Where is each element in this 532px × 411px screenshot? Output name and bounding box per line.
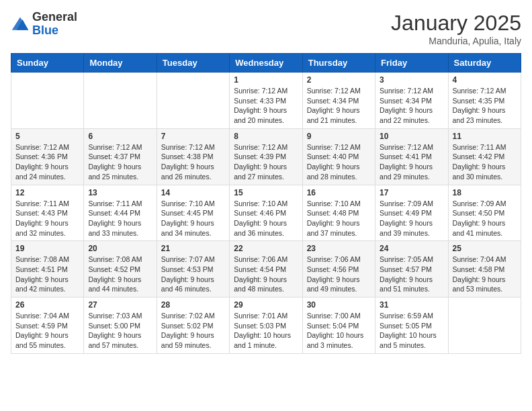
calendar-week-row: 1Sunrise: 7:12 AM Sunset: 4:33 PM Daylig… [11,73,521,129]
day-info: Sunrise: 7:09 AM Sunset: 4:49 PM Dayligh… [380,199,443,238]
calendar-cell: 27Sunrise: 7:03 AM Sunset: 5:00 PM Dayli… [84,298,157,354]
day-number: 24 [380,244,443,253]
day-info: Sunrise: 7:12 AM Sunset: 4:34 PM Dayligh… [380,86,443,126]
day-info: Sunrise: 7:04 AM Sunset: 4:58 PM Dayligh… [453,255,517,294]
calendar-cell: 12Sunrise: 7:11 AM Sunset: 4:43 PM Dayli… [11,185,84,241]
day-info: Sunrise: 7:10 AM Sunset: 4:48 PM Dayligh… [307,199,371,238]
day-number: 10 [380,132,443,141]
month-title: January 2025 [391,11,521,36]
day-info: Sunrise: 7:00 AM Sunset: 5:04 PM Dayligh… [307,311,371,351]
location-text: Manduria, Apulia, Italy [391,36,521,46]
day-info: Sunrise: 7:08 AM Sunset: 4:52 PM Dayligh… [88,255,152,294]
day-info: Sunrise: 7:12 AM Sunset: 4:36 PM Dayligh… [15,142,79,182]
weekday-header-wednesday: Wednesday [230,54,302,73]
day-number: 11 [453,132,517,141]
logo-blue-text: Blue [32,24,58,37]
calendar-cell [11,73,84,129]
calendar-cell: 9Sunrise: 7:12 AM Sunset: 4:40 PM Daylig… [302,128,375,185]
calendar-cell: 31Sunrise: 6:59 AM Sunset: 5:05 PM Dayli… [375,298,448,354]
calendar-cell [84,73,157,129]
weekday-header-friday: Friday [375,54,448,73]
day-info: Sunrise: 7:12 AM Sunset: 4:39 PM Dayligh… [234,142,298,182]
day-number: 21 [161,244,225,253]
calendar-week-row: 19Sunrise: 7:08 AM Sunset: 4:51 PM Dayli… [11,241,521,298]
day-info: Sunrise: 7:07 AM Sunset: 4:53 PM Dayligh… [161,255,225,294]
calendar-cell: 8Sunrise: 7:12 AM Sunset: 4:39 PM Daylig… [230,128,302,185]
day-number: 17 [380,188,443,197]
day-info: Sunrise: 7:01 AM Sunset: 5:03 PM Dayligh… [234,311,298,351]
day-info: Sunrise: 7:11 AM Sunset: 4:44 PM Dayligh… [88,199,152,238]
day-info: Sunrise: 7:11 AM Sunset: 4:43 PM Dayligh… [15,199,79,238]
day-number: 7 [161,132,225,141]
day-number: 13 [88,188,152,197]
day-number: 8 [234,132,298,141]
calendar-week-row: 26Sunrise: 7:04 AM Sunset: 4:59 PM Dayli… [11,298,521,354]
calendar-cell: 30Sunrise: 7:00 AM Sunset: 5:04 PM Dayli… [302,298,375,354]
day-number: 6 [88,132,152,141]
calendar-cell: 29Sunrise: 7:01 AM Sunset: 5:03 PM Dayli… [230,298,302,354]
day-info: Sunrise: 7:10 AM Sunset: 4:45 PM Dayligh… [161,199,225,238]
day-number: 27 [88,300,152,310]
day-number: 9 [307,132,371,141]
calendar-cell: 7Sunrise: 7:12 AM Sunset: 4:38 PM Daylig… [157,128,229,185]
day-info: Sunrise: 7:08 AM Sunset: 4:51 PM Dayligh… [15,255,79,294]
day-info: Sunrise: 7:06 AM Sunset: 4:56 PM Dayligh… [307,255,371,294]
calendar-week-row: 12Sunrise: 7:11 AM Sunset: 4:43 PM Dayli… [11,185,521,241]
calendar-cell: 23Sunrise: 7:06 AM Sunset: 4:56 PM Dayli… [302,241,375,298]
day-info: Sunrise: 7:11 AM Sunset: 4:42 PM Dayligh… [453,142,517,182]
weekday-header-monday: Monday [84,54,157,73]
calendar-cell: 17Sunrise: 7:09 AM Sunset: 4:49 PM Dayli… [375,185,448,241]
day-number: 29 [234,300,298,310]
day-number: 20 [88,244,152,253]
calendar-cell: 24Sunrise: 7:05 AM Sunset: 4:57 PM Dayli… [375,241,448,298]
calendar-cell: 11Sunrise: 7:11 AM Sunset: 4:42 PM Dayli… [448,128,521,185]
logo-general-text: General [32,10,77,24]
logo: General Blue [11,11,77,38]
day-number: 30 [307,300,371,310]
logo-icon [11,15,30,34]
day-info: Sunrise: 7:03 AM Sunset: 5:00 PM Dayligh… [88,311,152,351]
calendar-cell: 15Sunrise: 7:10 AM Sunset: 4:46 PM Dayli… [230,185,302,241]
weekday-header-tuesday: Tuesday [157,54,229,73]
day-number: 23 [307,244,371,253]
day-info: Sunrise: 7:12 AM Sunset: 4:41 PM Dayligh… [380,142,443,182]
day-number: 25 [453,244,517,253]
day-number: 4 [453,75,517,85]
day-info: Sunrise: 7:02 AM Sunset: 5:02 PM Dayligh… [161,311,225,351]
day-number: 1 [234,75,298,85]
calendar-cell: 3Sunrise: 7:12 AM Sunset: 4:34 PM Daylig… [375,73,448,129]
calendar-cell: 20Sunrise: 7:08 AM Sunset: 4:52 PM Dayli… [84,241,157,298]
day-info: Sunrise: 6:59 AM Sunset: 5:05 PM Dayligh… [380,311,443,351]
day-number: 22 [234,244,298,253]
day-info: Sunrise: 7:12 AM Sunset: 4:40 PM Dayligh… [307,142,371,182]
calendar-cell: 1Sunrise: 7:12 AM Sunset: 4:33 PM Daylig… [230,73,302,129]
day-number: 5 [15,132,79,141]
day-number: 2 [307,75,371,85]
day-number: 12 [15,188,79,197]
weekday-header-row: SundayMondayTuesdayWednesdayThursdayFrid… [11,54,521,73]
day-info: Sunrise: 7:09 AM Sunset: 4:50 PM Dayligh… [453,199,517,238]
day-number: 14 [161,188,225,197]
calendar-cell: 5Sunrise: 7:12 AM Sunset: 4:36 PM Daylig… [11,128,84,185]
day-info: Sunrise: 7:04 AM Sunset: 4:59 PM Dayligh… [15,311,79,351]
day-info: Sunrise: 7:12 AM Sunset: 4:37 PM Dayligh… [88,142,152,182]
day-info: Sunrise: 7:10 AM Sunset: 4:46 PM Dayligh… [234,199,298,238]
weekday-header-sunday: Sunday [11,54,84,73]
day-number: 15 [234,188,298,197]
day-number: 28 [161,300,225,310]
calendar-cell: 16Sunrise: 7:10 AM Sunset: 4:48 PM Dayli… [302,185,375,241]
day-info: Sunrise: 7:12 AM Sunset: 4:35 PM Dayligh… [453,86,517,126]
calendar-cell: 13Sunrise: 7:11 AM Sunset: 4:44 PM Dayli… [84,185,157,241]
day-info: Sunrise: 7:12 AM Sunset: 4:34 PM Dayligh… [307,86,371,126]
calendar-cell: 21Sunrise: 7:07 AM Sunset: 4:53 PM Dayli… [157,241,229,298]
page-header: General Blue January 2025 Manduria, Apul… [11,11,521,46]
day-number: 3 [380,75,443,85]
calendar-cell: 14Sunrise: 7:10 AM Sunset: 4:45 PM Dayli… [157,185,229,241]
day-info: Sunrise: 7:12 AM Sunset: 4:33 PM Dayligh… [234,86,298,126]
day-info: Sunrise: 7:12 AM Sunset: 4:38 PM Dayligh… [161,142,225,182]
day-number: 26 [15,300,79,310]
day-number: 19 [15,244,79,253]
calendar-cell [448,298,521,354]
calendar-cell [157,73,229,129]
weekday-header-thursday: Thursday [302,54,375,73]
